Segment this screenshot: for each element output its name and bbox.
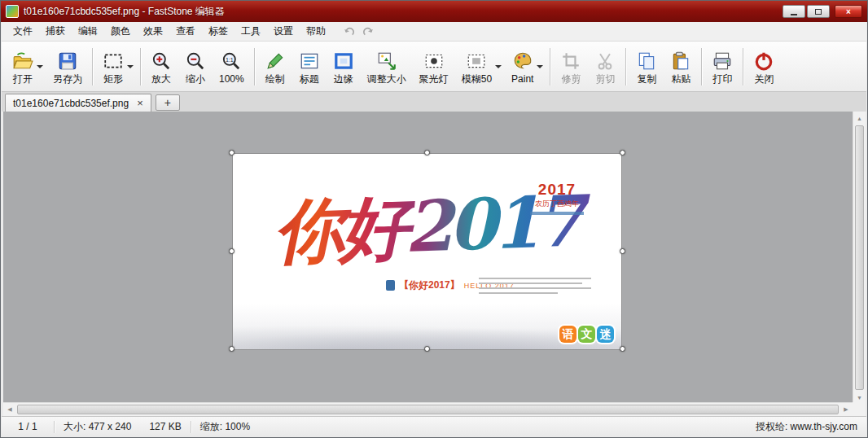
tab-close-icon[interactable]: ×: [137, 98, 143, 108]
zoom-100-icon: 1:1: [221, 50, 242, 72]
resize-button[interactable]: 调整大小: [361, 46, 413, 88]
save-as-button[interactable]: 另存为: [46, 46, 89, 88]
new-tab-button[interactable]: +: [156, 94, 180, 111]
spotlight-icon: [423, 50, 445, 72]
spotlight-button[interactable]: 聚光灯: [413, 46, 455, 88]
open-button[interactable]: 打开: [6, 46, 46, 88]
spotlight-label: 聚光灯: [419, 74, 449, 85]
horizontal-scroll-thumb[interactable]: [17, 405, 839, 414]
zoom-out-icon: [185, 50, 206, 72]
selection-handle-bottom-left[interactable]: [229, 346, 235, 352]
tabbar: t01e160e71cbdc535ef.png × +: [2, 92, 866, 112]
rectangle-select-button[interactable]: 矩形: [96, 46, 137, 88]
maximize-icon: [815, 9, 822, 15]
selection-handle-middle-left[interactable]: [229, 248, 235, 254]
window-title: t01e160e71cbdc535ef.png - FastStone 编辑器: [24, 5, 225, 19]
zoom-in-button[interactable]: 放大: [144, 46, 178, 88]
app-window: t01e160e71cbdc535ef.png - FastStone 编辑器 …: [0, 0, 868, 438]
selection-handle-middle-right[interactable]: [620, 248, 625, 254]
vertical-scrollbar[interactable]: ▲ ▼: [853, 112, 866, 404]
image-year-text: 2017: [530, 182, 584, 198]
copy-icon: [636, 50, 657, 72]
paste-button[interactable]: 粘贴: [664, 46, 698, 88]
open-dropdown-icon[interactable]: [37, 65, 43, 68]
toolbar-separator: [140, 48, 141, 85]
scroll-left-icon[interactable]: ◀: [3, 403, 16, 416]
menu-settings[interactable]: 设置: [267, 22, 300, 41]
save-icon: [57, 50, 78, 72]
menu-view[interactable]: 查看: [169, 22, 202, 41]
selection-handle-bottom-right[interactable]: [620, 346, 625, 352]
image-year-block: 2017 农历丁酉鸡年: [530, 182, 584, 215]
zoom-out-button[interactable]: 缩小: [178, 46, 213, 88]
open-label: 打开: [13, 74, 33, 85]
logo-char-3: 迷: [597, 326, 614, 343]
close-editor-button[interactable]: 关闭: [747, 46, 781, 88]
blur-icon: [466, 50, 487, 72]
statusbar: 1 / 1 大小: 477 x 240 127 KB 缩放: 100% 授权给:…: [2, 416, 866, 436]
maximize-button[interactable]: [807, 5, 830, 18]
scroll-up-icon[interactable]: ▲: [853, 112, 866, 125]
paste-label: 粘贴: [671, 74, 690, 85]
zoom-level-label: 100%: [219, 74, 244, 85]
blur-dropdown-icon[interactable]: [495, 65, 502, 68]
close-window-button[interactable]: ×: [835, 5, 862, 18]
vertical-scroll-thumb[interactable]: [855, 125, 864, 390]
draw-button[interactable]: 绘制: [258, 46, 292, 88]
horizontal-scrollbar[interactable]: ◀ ▶: [3, 402, 853, 416]
editor-canvas[interactable]: 你好2017 2017 农历丁酉鸡年 【你好2017】 HELLO 2017: [3, 112, 853, 404]
minimize-icon: [791, 14, 797, 15]
status-image-dimensions: 大小: 477 x 240: [55, 420, 140, 434]
blur-label: 模糊50: [462, 74, 492, 85]
selection-handle-top-middle[interactable]: [424, 150, 430, 155]
scroll-right-icon[interactable]: ▶: [840, 403, 853, 416]
selected-image[interactable]: 你好2017 2017 农历丁酉鸡年 【你好2017】 HELLO 2017: [233, 154, 621, 349]
caption-button[interactable]: 标题: [292, 46, 327, 88]
zoom-in-label: 放大: [151, 74, 171, 85]
toolbar-separator: [550, 48, 550, 85]
edge-button[interactable]: 边缘: [327, 46, 361, 88]
draw-pencil-icon: [265, 50, 286, 72]
toolbar-separator: [701, 48, 702, 85]
menu-effects[interactable]: 效果: [137, 22, 169, 41]
minimize-button[interactable]: [783, 5, 805, 18]
paint-palette-icon: [512, 50, 533, 72]
crop-icon: [560, 50, 581, 72]
paint-button[interactable]: Paint: [505, 46, 546, 88]
scissors-icon: [594, 50, 616, 72]
menu-edit[interactable]: 编辑: [72, 22, 104, 41]
menu-tags[interactable]: 标签: [202, 22, 235, 41]
paint-label: Paint: [511, 74, 533, 85]
svg-text:1:1: 1:1: [226, 56, 234, 62]
menu-help[interactable]: 帮助: [300, 22, 332, 41]
copy-label: 复制: [637, 74, 656, 85]
menu-colors[interactable]: 颜色: [104, 22, 137, 41]
image-content[interactable]: 你好2017 2017 农历丁酉鸡年 【你好2017】 HELLO 2017: [233, 154, 621, 349]
menu-file[interactable]: 文件: [7, 22, 39, 41]
paste-icon: [670, 50, 691, 72]
toolbar-separator: [625, 48, 626, 85]
selection-handle-top-right[interactable]: [620, 150, 625, 155]
draw-label: 绘制: [265, 74, 285, 85]
power-close-icon: [753, 50, 774, 72]
tab-active[interactable]: t01e160e71cbdc535ef.png ×: [5, 94, 151, 112]
tab-label: t01e160e71cbdc535ef.png: [13, 98, 129, 109]
print-button[interactable]: 打印: [705, 46, 739, 88]
menu-capture[interactable]: 捕获: [39, 22, 72, 41]
rectangle-select-icon: [103, 50, 124, 72]
undo-icon[interactable]: [340, 24, 357, 39]
caption-icon: [299, 50, 320, 72]
crop-label: 修剪: [561, 74, 581, 85]
selection-handle-bottom-middle[interactable]: [424, 346, 430, 352]
menu-tools[interactable]: 工具: [235, 22, 267, 41]
copy-button[interactable]: 复制: [629, 46, 664, 88]
redo-icon[interactable]: [360, 24, 376, 39]
titlebar[interactable]: t01e160e71cbdc535ef.png - FastStone 编辑器 …: [1, 1, 867, 22]
image-caption-cn: 【你好2017】: [399, 278, 460, 292]
paint-dropdown-icon[interactable]: [537, 65, 543, 68]
selection-handle-top-left[interactable]: [229, 150, 235, 155]
blur-button[interactable]: 模糊50: [455, 46, 505, 88]
zoom-100-button[interactable]: 1:1 100%: [213, 46, 251, 88]
seal-icon: [386, 280, 395, 291]
rectangle-dropdown-icon[interactable]: [127, 65, 134, 68]
